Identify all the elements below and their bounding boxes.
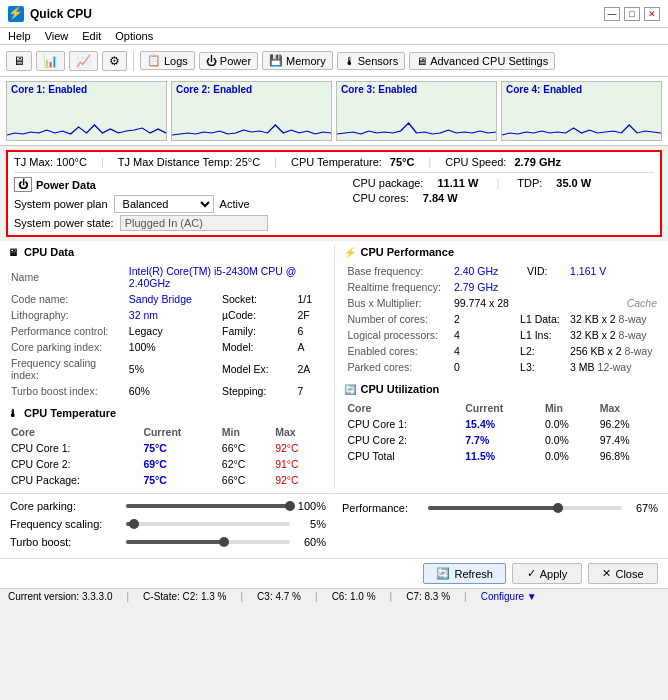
cpu-codename-value: Sandy Bridge — [126, 292, 217, 306]
status-separator4: | — [390, 591, 393, 602]
util-tbody: CPU Core 1: 15.4% 0.0% 96.2% CPU Core 2:… — [345, 417, 661, 463]
menu-edit[interactable]: Edit — [82, 30, 101, 42]
temp-max: 92°C — [272, 473, 323, 487]
perf-parked-value: 0 — [451, 360, 515, 374]
tdp-label: TDP: — [517, 177, 542, 189]
settings-toolbar-icon: ⚙ — [109, 54, 120, 68]
cpu-parking-row: Core parking index: 100% Model: A — [8, 340, 324, 354]
cpu-speed-section: CPU Speed: 2.79 GHz — [445, 156, 561, 168]
cpu-data-label: CPU Data — [24, 246, 74, 258]
window-controls[interactable]: — □ ✕ — [604, 7, 660, 21]
sliders-left: Core parking: 100% Frequency scaling: 5%… — [10, 500, 326, 554]
cpu-stepping-label: Stepping: — [219, 384, 293, 398]
power-left: ⏻ Power Data System power plan Balanced … — [14, 177, 316, 231]
menu-help[interactable]: Help — [8, 30, 31, 42]
refresh-button[interactable]: 🔄 Refresh — [423, 563, 506, 584]
cpu-package-value: 11.11 W — [437, 177, 478, 189]
close-button-main[interactable]: ✕ Close — [588, 563, 658, 584]
power-label: Power — [220, 55, 251, 67]
perf-l1data-label: L1 Data: — [517, 312, 565, 326]
cpu-freq-value: 5% — [126, 356, 217, 382]
memory-button[interactable]: 💾 Memory — [262, 51, 333, 70]
advanced-icon: 🖥 — [416, 55, 427, 67]
util-max: 96.8% — [597, 449, 660, 463]
cpu-turbo-row: Turbo boost index: 60% Stepping: 7 — [8, 384, 324, 398]
cpu-codename-row: Code name: Sandy Bridge Socket: 1/1 — [8, 292, 324, 306]
perf-enabled-row: Enabled cores: 4 L2: 256 KB x 2 8-way — [345, 344, 661, 358]
cpu-perf-ctrl-value: Legacy — [126, 324, 217, 338]
title-bar: ⚡ Quick CPU — □ ✕ — [0, 0, 668, 28]
logs-button[interactable]: 📋 Logs — [140, 51, 195, 70]
cpu-temp-header: 🌡 CPU Temperature — [6, 406, 326, 420]
util-row: CPU Core 1: 15.4% 0.0% 96.2% — [345, 417, 661, 431]
cpu-cores-value: 7.84 W — [423, 192, 458, 204]
cpu-icon-btn[interactable]: 🖥 — [6, 51, 32, 71]
cpu-family-value: 6 — [295, 324, 324, 338]
sensors-label: Sensors — [358, 55, 398, 67]
perf-vid-label: VID: — [517, 264, 565, 278]
perf-num-cores-value: 2 — [451, 312, 515, 326]
cpu-model-label: Model: — [219, 340, 293, 354]
refresh-icon: 🔄 — [436, 567, 450, 580]
cpu-package-label: CPU package: — [353, 177, 424, 189]
cpu-litho-label: Lithography: — [8, 308, 124, 322]
chart-icon-btn[interactable]: 📊 — [36, 51, 65, 71]
perf-bus-label: Bus x Multiplier: — [345, 296, 450, 310]
freq-scaling-track[interactable] — [126, 522, 290, 526]
settings-icon-btn[interactable]: ⚙ — [102, 51, 127, 71]
util-max: 96.2% — [597, 417, 660, 431]
turbo-boost-track[interactable] — [126, 540, 290, 544]
freq-scaling-thumb[interactable] — [129, 519, 139, 529]
maximize-button[interactable]: □ — [624, 7, 640, 21]
performance-track[interactable] — [428, 506, 622, 510]
cpu-ucode-value: 2F — [295, 308, 324, 322]
turbo-boost-row: Turbo boost: 60% — [10, 536, 326, 548]
close-button[interactable]: ✕ — [644, 7, 660, 21]
col-right: ⚡ CPU Performance Base frequency: 2.40 G… — [335, 245, 663, 489]
temp-row: CPU Package: 75°C 66°C 92°C — [8, 473, 324, 487]
util-min: 0.0% — [542, 433, 595, 447]
bar-icon-btn[interactable]: 📈 — [69, 51, 98, 71]
turbo-boost-label: Turbo boost: — [10, 536, 120, 548]
cpu-data-icon: 🖥 — [6, 245, 20, 259]
status-c6: C6: 1.0 % — [332, 591, 376, 602]
power-button[interactable]: ⏻ Power — [199, 52, 258, 70]
core-parking-thumb[interactable] — [285, 501, 295, 511]
sensors-button[interactable]: 🌡 Sensors — [337, 52, 405, 70]
advanced-button[interactable]: 🖥 Advanced CPU Settings — [409, 52, 555, 70]
menu-options[interactable]: Options — [115, 30, 153, 42]
power-plan-select[interactable]: Balanced — [114, 195, 214, 213]
core3-graph: Core 3: Enabled — [336, 81, 497, 141]
status-configure[interactable]: Configure ▼ — [481, 591, 537, 602]
freq-scaling-label: Frequency scaling: — [10, 518, 120, 530]
status-c7: C7: 8.3 % — [406, 591, 450, 602]
core-parking-track[interactable] — [126, 504, 290, 508]
temp-row: CPU Core 2: 69°C 62°C 91°C — [8, 457, 324, 471]
performance-thumb[interactable] — [553, 503, 563, 513]
sliders-section: Core parking: 100% Frequency scaling: 5%… — [0, 493, 668, 558]
title-left: ⚡ Quick CPU — [8, 6, 92, 22]
app-title: Quick CPU — [30, 7, 92, 21]
perf-l3-label: L3: — [517, 360, 565, 374]
cpu-temp-label-section: CPU Temperature — [24, 407, 116, 419]
core3-svg — [337, 95, 496, 140]
cpu-perf-header: ⚡ CPU Performance — [343, 245, 663, 259]
temp-current: 69°C — [140, 457, 216, 471]
active-label: Active — [220, 198, 250, 210]
turbo-boost-thumb[interactable] — [219, 537, 229, 547]
apply-button[interactable]: ✓ Apply — [512, 563, 582, 584]
cpu-data-table: Name Intel(R) Core(TM) i5-2430M CPU @ 2.… — [6, 262, 326, 400]
minimize-button[interactable]: — — [604, 7, 620, 21]
sliders-right: Performance: 67% — [342, 500, 658, 554]
cpu-model-ex-label: Model Ex: — [219, 356, 293, 382]
perf-table: Base frequency: 2.40 GHz VID: 1.161 V Re… — [343, 262, 663, 376]
perf-l2-value: 256 KB x 2 8-way — [567, 344, 660, 358]
power-plan-row: System power plan Balanced Active — [14, 195, 316, 213]
perf-bus-row: Bus x Multiplier: 99.774 x 28 Cache — [345, 296, 661, 310]
perf-bus-value: 99.774 x 28 — [451, 296, 515, 310]
menu-view[interactable]: View — [45, 30, 69, 42]
power-state-row: System power state: — [14, 215, 316, 231]
status-c3: C3: 4.7 % — [257, 591, 301, 602]
cpu-toolbar-icon: 🖥 — [13, 54, 25, 68]
pkg-divider: | — [496, 177, 499, 189]
